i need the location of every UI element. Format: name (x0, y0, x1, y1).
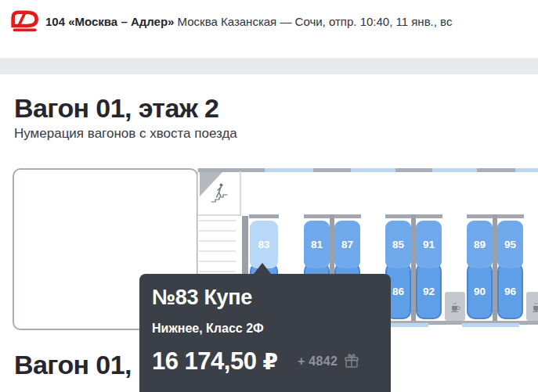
gift-icon (344, 354, 359, 369)
stair-step (199, 250, 236, 252)
stairs-person-icon (208, 181, 232, 206)
window (351, 168, 395, 172)
tooltip-price: 16 174,50 (152, 347, 256, 376)
stair-step (199, 220, 236, 221)
stair-step (199, 230, 236, 232)
seat-83-hovered[interactable]: 83 (250, 221, 278, 268)
seat-number: 96 (504, 286, 516, 297)
seat-91[interactable]: 91 (416, 221, 442, 268)
train-car-scheme-page: 104 «Москва – Адлер» Москва Казанская — … (0, 0, 538, 392)
header-separator-band (0, 58, 538, 74)
stair-step (199, 271, 236, 272)
stairs-divider-line (198, 214, 241, 216)
car-title: Вагон 01, этаж 2 (14, 95, 218, 123)
seat-number: 83 (258, 239, 269, 250)
train-number-name: 104 «Москва – Адлер» (45, 15, 174, 28)
tooltip-currency: ₽ (262, 349, 277, 375)
train-route-details: Москва Казанская — Сочи, отпр. 10:40, 11… (178, 15, 453, 28)
tooltip-arrow (254, 263, 271, 274)
seat-number: 85 (392, 239, 404, 250)
seat-number: 92 (423, 286, 435, 297)
seat-number: 87 (341, 239, 353, 250)
seat-87[interactable]: 87 (334, 221, 360, 268)
stair-step (199, 240, 236, 242)
seat-81[interactable]: 81 (304, 221, 330, 268)
seat-number: 90 (474, 286, 486, 297)
window (462, 323, 519, 327)
tooltip-price-row: 16 174,50 ₽ + 4842 (152, 347, 391, 376)
seat-number: 95 (504, 239, 516, 250)
seat-number: 91 (423, 239, 435, 250)
window (389, 323, 428, 327)
seat-89[interactable]: 89 (467, 221, 493, 268)
rzd-logo-icon (10, 8, 42, 35)
teacup-icon (530, 300, 538, 313)
berth-shelf (249, 214, 279, 218)
tooltip-bonus-points: + 4842 (298, 354, 338, 369)
teacup-icon (449, 300, 461, 313)
train-header: 104 «Москва – Адлер» Москва Казанская — … (45, 15, 452, 28)
seat-number: 81 (311, 239, 323, 250)
seat-96[interactable]: 96 (497, 263, 523, 319)
car-numbering-note: Нумерация вагонов с хвоста поезда (14, 126, 237, 142)
seat-90[interactable]: 90 (467, 263, 493, 319)
seat-number: 89 (474, 239, 486, 250)
tea-table (445, 292, 465, 321)
window (515, 168, 538, 172)
next-car-title: Вагон 01, (14, 351, 132, 379)
seat-tooltip: №83 Купе Нижнее, Класс 2Ф 16 174,50 ₽ + … (139, 274, 391, 392)
tooltip-seat-title: №83 Купе (152, 286, 391, 310)
tea-table (526, 292, 538, 321)
seat-92[interactable]: 92 (416, 263, 442, 319)
window (265, 168, 313, 172)
seat-85[interactable]: 85 (385, 221, 411, 268)
window (432, 168, 477, 172)
tooltip-seat-class: Нижнее, Класс 2Ф (152, 322, 391, 336)
seat-95[interactable]: 95 (497, 221, 523, 268)
seat-number: 86 (392, 286, 404, 297)
stairs-divider-line (240, 171, 241, 215)
stair-step (199, 261, 236, 262)
